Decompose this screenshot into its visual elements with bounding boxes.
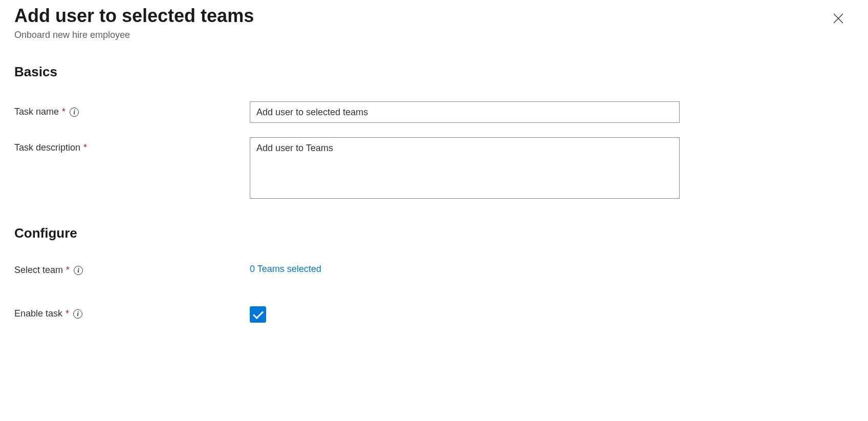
info-icon[interactable]: i [74, 266, 83, 275]
info-icon[interactable]: i [70, 108, 79, 117]
enable-task-checkbox[interactable] [250, 306, 266, 323]
required-asterisk: * [83, 142, 87, 153]
required-asterisk: * [66, 265, 70, 276]
info-icon[interactable]: i [73, 309, 82, 319]
required-asterisk: * [66, 308, 69, 319]
enable-task-label: Enable task [14, 308, 62, 319]
select-team-link[interactable]: 0 Teams selected [250, 263, 321, 275]
page-subtitle: Onboard new hire employee [14, 30, 828, 40]
basics-heading: Basics [14, 64, 854, 80]
task-name-label: Task name [14, 107, 59, 117]
close-button[interactable] [828, 8, 849, 29]
task-description-label: Task description [14, 142, 80, 153]
select-team-label: Select team [14, 265, 63, 276]
task-description-input[interactable] [250, 137, 680, 199]
close-icon [832, 12, 844, 25]
required-asterisk: * [62, 107, 66, 117]
page-title: Add user to selected teams [14, 5, 828, 27]
configure-heading: Configure [14, 225, 854, 241]
task-name-input[interactable] [250, 101, 680, 123]
